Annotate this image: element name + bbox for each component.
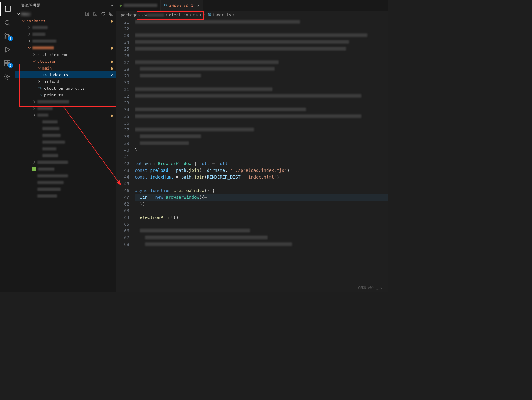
svg-point-11 <box>6 76 8 77</box>
remote-icon[interactable] <box>0 70 15 83</box>
tree-item-blur[interactable] <box>15 98 116 105</box>
refresh-icon[interactable] <box>101 11 106 17</box>
chevron-down-icon <box>16 12 21 17</box>
chevron-down-icon <box>21 18 26 23</box>
sidebar: 资源管理器 ⋯ PROJ packages ● ● <box>15 0 116 292</box>
tree-item-blur[interactable] <box>15 125 116 132</box>
tree-item-blur[interactable] <box>15 139 116 145</box>
more-icon[interactable]: ⋯ <box>111 3 113 8</box>
typescript-icon: TS <box>208 13 211 17</box>
svg-point-4 <box>5 34 6 35</box>
chevron-right-icon: › <box>204 13 206 17</box>
tab-label: index.ts <box>169 3 188 8</box>
close-icon[interactable]: ✕ <box>197 3 200 8</box>
modified-dot: ● <box>111 66 113 70</box>
breadcrumb-item[interactable]: w <box>144 13 164 17</box>
editor-tabs: ❖ TS index.ts 2 ✕ <box>116 0 388 11</box>
tree-item-blur[interactable] <box>15 105 116 112</box>
chevron-right-icon <box>37 79 42 84</box>
file-index-ts[interactable]: TS index.ts 2 <box>15 71 116 78</box>
folder-packages[interactable]: packages ● <box>15 17 116 24</box>
chevron-right-icon: › <box>165 13 168 17</box>
folder-main[interactable]: main ● <box>15 65 116 71</box>
breadcrumb-more[interactable]: ... <box>236 13 243 17</box>
folder-electron[interactable]: electron ● <box>15 58 116 65</box>
run-debug-icon[interactable] <box>0 43 15 56</box>
chevron-right-icon: › <box>141 13 144 17</box>
file-electron-env[interactable]: TS electron-env.d.ts <box>15 85 116 92</box>
tree-item-blur[interactable] <box>15 179 116 186</box>
svg-rect-10 <box>8 60 10 63</box>
folder-dist-electron[interactable]: dist-electron <box>15 51 116 58</box>
explorer-title: 资源管理器 <box>21 3 41 8</box>
typescript-icon: TS <box>37 92 42 97</box>
breadcrumbs[interactable]: packages › w › electron › main › TS inde… <box>116 11 388 19</box>
activity-bar: 1 2 <box>0 0 15 292</box>
chevron-right-icon <box>32 52 37 57</box>
svg-rect-12 <box>109 12 112 15</box>
breadcrumb-item[interactable]: electron <box>169 13 188 17</box>
chevron-right-icon: › <box>189 13 192 17</box>
extensions-icon[interactable]: 2 <box>0 56 15 70</box>
editor-area: ❖ TS index.ts 2 ✕ packages › w › electro… <box>116 0 388 292</box>
new-file-icon[interactable] <box>85 11 90 17</box>
tree-item-blur[interactable] <box>15 119 116 125</box>
breadcrumb-item[interactable]: main <box>193 13 203 17</box>
tree-item-blur[interactable] <box>15 172 116 179</box>
packages-label: packages <box>26 19 46 23</box>
tree-item-blur[interactable] <box>15 145 116 152</box>
typescript-icon: TS <box>42 72 47 77</box>
new-folder-icon[interactable] <box>93 11 98 17</box>
svg-point-2 <box>5 20 9 25</box>
typescript-icon: TS <box>37 86 42 91</box>
modified-dot: ● <box>111 19 113 23</box>
tree-item-blur[interactable]: ● <box>15 44 116 51</box>
tab-hidden[interactable]: ❖ <box>116 0 161 11</box>
fold-icon[interactable]: › <box>126 194 129 201</box>
chevron-right-icon: › <box>232 13 235 17</box>
tree-item-blur[interactable] <box>15 166 116 172</box>
collapse-icon[interactable] <box>109 11 114 17</box>
search-icon[interactable] <box>0 16 15 29</box>
breadcrumb-item[interactable]: packages <box>121 13 140 17</box>
extensions-badge: 2 <box>8 63 13 68</box>
tree-item-blur[interactable] <box>15 152 116 159</box>
folder-preload[interactable]: preload <box>15 78 116 85</box>
tree-item-blur[interactable] <box>15 38 116 44</box>
tree-item-blur[interactable]: ● <box>15 112 116 119</box>
scm-badge: 1 <box>8 36 13 41</box>
svg-rect-1 <box>6 6 10 12</box>
chevron-down-icon <box>32 59 37 64</box>
problems-count: 2 <box>191 3 194 8</box>
sidebar-title: 资源管理器 ⋯ <box>15 0 116 11</box>
problems-count: 2 <box>111 73 113 77</box>
tree-item-blur[interactable] <box>15 186 116 193</box>
project-section[interactable]: PROJ <box>15 11 116 17</box>
tab-index-ts[interactable]: TS index.ts 2 ✕ <box>161 0 203 11</box>
tree-item-blur[interactable] <box>15 193 116 199</box>
code-editor[interactable]: 2122232425 2627282930 3132333435 3637383… <box>116 19 388 292</box>
typescript-icon: TS <box>164 4 167 7</box>
file-print-ts[interactable]: TS print.ts <box>15 92 116 98</box>
breadcrumb-item[interactable]: index.ts <box>212 13 231 17</box>
project-name: PROJ <box>21 12 35 17</box>
modified-dot: ● <box>111 59 113 64</box>
watermark: CSDN @Web_Lys <box>358 286 384 290</box>
svg-rect-13 <box>110 13 113 16</box>
tree-item-blur[interactable] <box>15 159 116 166</box>
tree-item-blur[interactable] <box>15 24 116 31</box>
line-gutter: 2122232425 2627282930 3132333435 3637383… <box>116 19 135 292</box>
tree-item-blur[interactable] <box>15 31 116 38</box>
svg-line-3 <box>9 24 10 25</box>
explorer-icon[interactable] <box>0 2 15 16</box>
code-lines[interactable]: } let win: BrowserWindow | null = null c… <box>135 19 388 292</box>
file-tree: packages ● ● dist-electron electron ● ma… <box>15 17 116 292</box>
svg-point-5 <box>5 37 6 39</box>
chevron-down-icon <box>37 66 42 70</box>
tree-item-blur[interactable] <box>15 132 116 139</box>
source-control-icon[interactable]: 1 <box>0 29 15 43</box>
svg-rect-7 <box>5 60 7 63</box>
svg-rect-8 <box>5 63 7 66</box>
